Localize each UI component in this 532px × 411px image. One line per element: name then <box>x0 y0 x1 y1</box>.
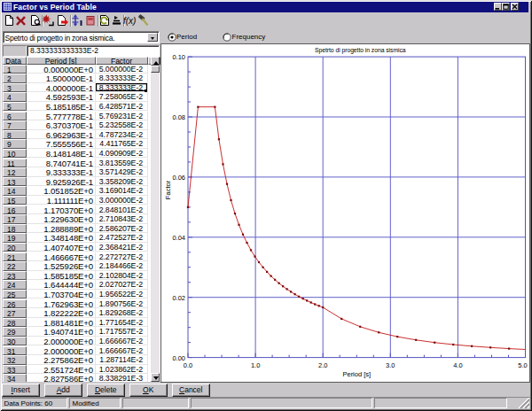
svg-text:1.0: 1.0 <box>250 361 259 369</box>
svg-text:0.10: 0.10 <box>172 53 185 61</box>
svg-text:f(x): f(x) <box>123 16 136 26</box>
svg-text:Factor: Factor <box>163 180 171 199</box>
svg-text:0.08: 0.08 <box>172 113 185 121</box>
svg-text:Spetrto di progetto in zona si: Spetrto di progetto in zona sismica <box>315 47 406 54</box>
svg-text:4.0: 4.0 <box>453 361 462 369</box>
svg-text:0.04: 0.04 <box>172 234 185 242</box>
svg-text:5.0: 5.0 <box>518 361 527 369</box>
svg-text:0.00: 0.00 <box>172 354 185 362</box>
svg-text:2.0: 2.0 <box>317 361 326 369</box>
svg-text:3.0: 3.0 <box>386 361 395 369</box>
svg-text:0.06: 0.06 <box>172 174 185 182</box>
svg-text:0.0: 0.0 <box>183 361 192 369</box>
svg-text:0.02: 0.02 <box>172 294 185 302</box>
svg-text:Period [s]: Period [s] <box>342 370 371 378</box>
